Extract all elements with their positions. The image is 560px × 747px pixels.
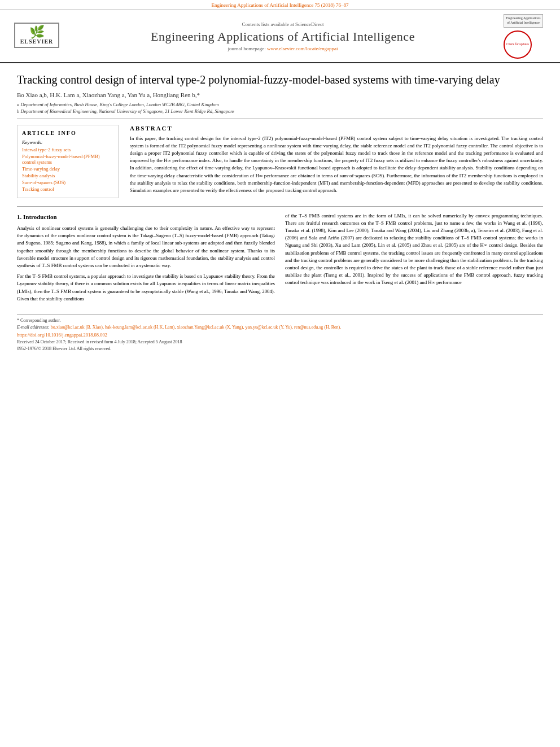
keyword-0: Interval type-2 fuzzy sets [22, 147, 113, 152]
journal-ref-text: Engineering Applications of Artificial I… [211, 2, 348, 8]
article-info-box: ARTICLE INFO Keywords: Interval type-2 f… [17, 125, 119, 198]
doi-line: https://doi.org/10.1016/j.engappai.2018.… [17, 332, 543, 338]
intro-para-2: For the T–S FMB control systems, a popul… [17, 273, 275, 303]
body-divider [17, 206, 543, 207]
article-info-title: ARTICLE INFO [22, 130, 113, 136]
affiliations: a Department of Informatics, Bush House,… [17, 102, 543, 114]
journal-homepage: journal homepage: www.elsevier.com/locat… [62, 46, 504, 51]
journal-thumbnail: Engineering Applications of Artificial I… [504, 14, 543, 59]
doi-link[interactable]: https://doi.org/10.1016/j.engappai.2018.… [17, 332, 107, 338]
footnote-area: * Corresponding author. E-mail addresses… [17, 314, 543, 351]
body-left-col: 1. Introduction Analysis of nonlinear co… [17, 212, 275, 306]
email-label: E-mail addresses: [17, 325, 50, 330]
check-updates-badge: Check for updates [504, 30, 532, 59]
affiliation-a: a Department of Informatics, Bush House,… [17, 102, 543, 107]
elsevier-logo: 🌿 ELSEVIER [11, 23, 62, 50]
received-dates: Received 24 October 2017; Received in re… [17, 339, 543, 344]
author-list: Bo Xiao a,b, H.K. Lam a, Xiaozhan Yang a… [17, 91, 200, 98]
email-line: E-mail addresses: bo.xiao@kcl.ac.uk (B. … [17, 325, 543, 330]
affiliation-b: b Department of Biomedical Engineering, … [17, 108, 543, 114]
right-col-para-1: of the T–S FMB control systems are in th… [285, 212, 543, 287]
abstract-col: ABSTRACT In this paper, the tracking con… [130, 125, 543, 198]
intro-heading: 1. Introduction [17, 212, 275, 222]
homepage-link[interactable]: www.elsevier.com/locate/engappai [267, 46, 338, 51]
keyword-1: Polynomial-fuzzy-model-based (PFMB) cont… [22, 154, 113, 165]
intro-para-1: Analysis of nonlinear control systems is… [17, 225, 275, 269]
keyword-3: Stability analysis [22, 173, 113, 178]
email-links[interactable]: bo.xiao@kcl.ac.uk (B. Xiao), hak-keung.l… [51, 325, 342, 330]
sciencedirect-link: Contents lists available at ScienceDirec… [62, 21, 504, 27]
divider-1 [17, 119, 543, 119]
elsevier-label: ELSEVIER [18, 38, 56, 45]
journal-title-area: Contents lists available at ScienceDirec… [62, 21, 504, 51]
corresponding-author: * Corresponding author. [17, 318, 543, 323]
homepage-label: journal homepage: [228, 46, 266, 51]
body-right-col: of the T–S FMB control systems are in th… [285, 212, 543, 306]
journal-header: 🌿 ELSEVIER Contents lists available at S… [0, 10, 560, 63]
copyright-text: 0952-1976/© 2018 Elsevier Ltd. All right… [17, 346, 543, 351]
body-columns: 1. Introduction Analysis of nonlinear co… [17, 212, 543, 306]
article-info-abstract-row: ARTICLE INFO Keywords: Interval type-2 f… [17, 125, 543, 198]
keyword-2: Time-varying delay [22, 166, 113, 172]
journal-reference: Engineering Applications of Artificial I… [0, 0, 560, 10]
abstract-title: ABSTRACT [130, 125, 543, 132]
keyword-4: Sum-of-squares (SOS) [22, 180, 113, 185]
elsevier-logo-box: 🌿 ELSEVIER [14, 23, 59, 48]
paper-title: Tracking control design of interval type… [17, 72, 543, 87]
elsevier-tree-icon: 🌿 [18, 26, 56, 38]
sciencedirect-text: Contents lists available at ScienceDirec… [242, 21, 324, 27]
journal-title: Engineering Applications of Artificial I… [62, 29, 504, 44]
authors: Bo Xiao a,b, H.K. Lam a, Xiaozhan Yang a… [17, 91, 543, 98]
abstract-text: In this paper, the tracking control desi… [130, 135, 543, 195]
thumb-box: Engineering Applications of Artificial I… [504, 14, 543, 28]
article-info-col: ARTICLE INFO Keywords: Interval type-2 f… [17, 125, 119, 198]
main-content: Tracking control design of interval type… [0, 72, 560, 364]
keywords-label: Keywords: [22, 139, 113, 145]
keyword-5: Tracking control [22, 186, 113, 192]
